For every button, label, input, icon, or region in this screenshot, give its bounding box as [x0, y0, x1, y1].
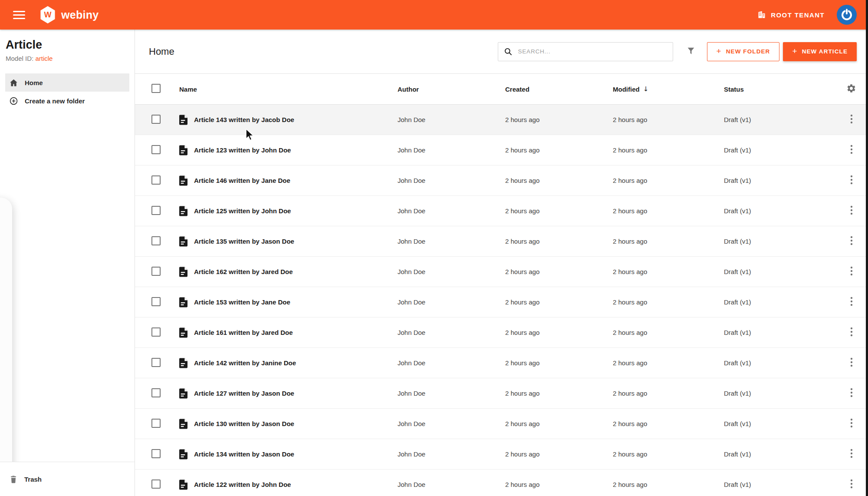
entry-title[interactable]: Article 135 written by Jason Doe [194, 238, 294, 245]
column-header-name[interactable]: Name [179, 86, 398, 93]
row-menu-button[interactable] [848, 446, 855, 462]
filter-icon [686, 46, 696, 56]
entry-modified: 2 hours ago [613, 298, 724, 306]
row-checkbox[interactable] [151, 267, 161, 276]
entries-table: Name Author Created Modified ↓ Status [135, 74, 868, 496]
row-menu-button[interactable] [848, 355, 855, 370]
entry-author: John Doe [398, 116, 505, 123]
table-row[interactable]: Article 142 written by Janine Doe John D… [135, 348, 868, 378]
row-checkbox[interactable] [151, 297, 161, 306]
search-box [498, 42, 673, 61]
menu-button[interactable] [11, 6, 27, 24]
entry-author: John Doe [398, 268, 505, 275]
entry-title[interactable]: Article 122 written by John Doe [194, 481, 291, 488]
gear-icon [846, 83, 856, 93]
column-header-modified[interactable]: Modified ↓ [613, 85, 724, 93]
table-row[interactable]: Article 130 written by Jason Doe John Do… [135, 409, 868, 439]
table-row[interactable]: Article 122 written by John Doe John Doe… [135, 470, 868, 496]
row-checkbox[interactable] [151, 206, 161, 215]
row-menu-button[interactable] [848, 112, 855, 127]
entry-created: 2 hours ago [505, 329, 613, 336]
entry-title[interactable]: Article 125 written by John Doe [194, 207, 291, 215]
entry-author: John Doe [398, 238, 505, 245]
row-menu-button[interactable] [848, 477, 855, 492]
row-checkbox[interactable] [151, 419, 161, 428]
row-menu-button[interactable] [848, 173, 855, 188]
file-icon [179, 388, 187, 399]
entry-status: Draft (v1) [724, 390, 837, 397]
entry-title[interactable]: Article 143 written by Jacob Doe [194, 116, 294, 123]
row-menu-button[interactable] [848, 234, 855, 249]
entry-title[interactable]: Article 146 written by Jane Doe [194, 177, 290, 184]
table-row[interactable]: Article 146 written by Jane Doe John Doe… [135, 165, 868, 196]
row-checkbox[interactable] [151, 388, 161, 397]
sidebar-item-trash[interactable]: Trash [5, 470, 46, 488]
entry-created: 2 hours ago [505, 207, 613, 215]
entry-title[interactable]: Article 127 written by Jason Doe [194, 390, 294, 397]
row-checkbox[interactable] [151, 236, 161, 245]
plus-icon: + [792, 47, 797, 55]
filter-button[interactable] [684, 44, 697, 59]
kebab-menu-icon [850, 357, 853, 367]
column-header-status[interactable]: Status [724, 86, 837, 93]
table-row[interactable]: Article 125 written by John Doe John Doe… [135, 196, 868, 226]
row-checkbox[interactable] [151, 115, 161, 124]
row-checkbox[interactable] [151, 479, 161, 489]
window-edge-scrollbar[interactable] [866, 0, 868, 496]
new-folder-button[interactable]: + NEW FOLDER [707, 42, 780, 61]
file-icon [179, 479, 187, 490]
table-row[interactable]: Article 135 written by Jason Doe John Do… [135, 226, 868, 257]
sidebar-item-home[interactable]: Home [5, 73, 129, 92]
entry-title[interactable]: Article 130 written by Jason Doe [194, 420, 294, 427]
entry-author: John Doe [398, 481, 505, 488]
column-header-author[interactable]: Author [398, 86, 505, 93]
search-input[interactable] [517, 48, 667, 55]
row-menu-button[interactable] [848, 203, 855, 218]
row-checkbox[interactable] [151, 175, 161, 185]
table-row[interactable]: Article 127 written by Jason Doe John Do… [135, 378, 868, 409]
entry-title[interactable]: Article 153 written by Jane Doe [194, 298, 290, 306]
model-id-value[interactable]: article [35, 55, 53, 62]
row-checkbox[interactable] [151, 327, 161, 337]
sidebar-item-create-folder[interactable]: Create a new folder [5, 92, 129, 110]
row-menu-button[interactable] [848, 325, 855, 340]
row-menu-button[interactable] [848, 416, 855, 431]
row-menu-button[interactable] [848, 264, 855, 279]
model-title: Article [6, 38, 128, 52]
entry-modified: 2 hours ago [613, 359, 724, 367]
new-article-button[interactable]: + NEW ARTICLE [783, 42, 857, 61]
tenant-selector[interactable]: ROOT TENANT [757, 10, 825, 19]
entry-status: Draft (v1) [724, 116, 837, 123]
table-row[interactable]: Article 123 written by John Doe John Doe… [135, 135, 868, 165]
row-checkbox[interactable] [151, 449, 161, 458]
table-row[interactable]: Article 162 written by Jared Doe John Do… [135, 257, 868, 287]
entry-title[interactable]: Article 162 written by Jared Doe [194, 268, 293, 275]
table-row[interactable]: Article 153 written by Jane Doe John Doe… [135, 287, 868, 317]
avatar[interactable] [837, 5, 857, 25]
entry-title[interactable]: Article 134 written by Jason Doe [194, 450, 294, 458]
row-menu-button[interactable] [848, 142, 855, 158]
kebab-menu-icon [850, 479, 853, 489]
entry-created: 2 hours ago [505, 481, 613, 488]
brand-logo: W webiny [40, 6, 99, 23]
entry-modified: 2 hours ago [613, 146, 724, 154]
entry-status: Draft (v1) [724, 298, 837, 306]
entry-title[interactable]: Article 123 written by John Doe [194, 146, 291, 154]
entry-title[interactable]: Article 161 written by Jared Doe [194, 329, 293, 336]
table-row[interactable]: Article 134 written by Jason Doe John Do… [135, 439, 868, 470]
select-all-checkbox[interactable] [151, 84, 161, 93]
row-checkbox[interactable] [151, 358, 161, 367]
entry-author: John Doe [398, 390, 505, 397]
row-menu-button[interactable] [848, 386, 855, 401]
row-checkbox[interactable] [151, 145, 161, 154]
table-row[interactable]: Article 143 written by Jacob Doe John Do… [135, 105, 868, 135]
column-header-created[interactable]: Created [505, 86, 613, 93]
entry-created: 2 hours ago [505, 116, 613, 123]
table-row[interactable]: Article 161 written by Jared Doe John Do… [135, 317, 868, 348]
kebab-menu-icon [850, 235, 853, 246]
row-menu-button[interactable] [848, 294, 855, 310]
entry-author: John Doe [398, 146, 505, 154]
entry-title[interactable]: Article 142 written by Janine Doe [194, 359, 296, 367]
table-settings-button[interactable] [845, 82, 858, 96]
avatar-swirl-icon [840, 8, 853, 21]
